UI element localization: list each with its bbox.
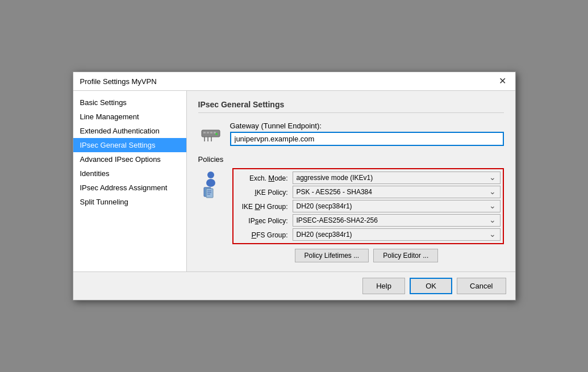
- policies-section: Policies: [198, 155, 504, 262]
- dialog-footer: Help OK Cancel: [73, 271, 515, 300]
- policy-editor-button[interactable]: Policy Editor ...: [373, 249, 438, 262]
- sidebar-item-ipsec-general[interactable]: IPsec General Settings: [73, 138, 186, 152]
- ike-policy-label: IKE Policy:: [236, 188, 293, 197]
- section-title: IPsec General Settings: [198, 100, 504, 113]
- ok-button[interactable]: OK: [410, 278, 452, 294]
- cancel-button[interactable]: Cancel: [457, 278, 506, 294]
- policy-lifetimes-button[interactable]: Policy Lifetimes ...: [295, 249, 369, 262]
- sidebar-item-basic-settings[interactable]: Basic Settings: [73, 95, 186, 110]
- help-button[interactable]: Help: [362, 278, 405, 294]
- pfs-group-select[interactable]: DH20 (secp384r1) DH14 (modp2048) none: [293, 228, 501, 241]
- pfs-group-row: PFS Group: DH20 (secp384r1) DH14 (modp20…: [236, 228, 501, 241]
- gateway-input[interactable]: [230, 132, 504, 146]
- ipsec-policy-label: IPsec Policy:: [236, 216, 293, 225]
- person-document-icon: [199, 170, 222, 199]
- ipsec-policy-select[interactable]: IPSEC-AES256-SHA2-256 IPSEC-AES128-SHA2-…: [293, 214, 501, 227]
- svg-rect-2: [207, 132, 209, 133]
- dialog-body: Basic Settings Line Management Extended …: [73, 91, 515, 271]
- ike-policy-select[interactable]: PSK - AES256 - SHA384 PSK - AES128 - SHA…: [293, 186, 501, 198]
- policy-buttons-row: Policy Lifetimes ... Policy Editor ...: [232, 249, 504, 262]
- svg-rect-3: [210, 132, 212, 133]
- exch-mode-dropdown-wrapper: aggressive mode (IKEv1) main mode (IKEv1…: [293, 172, 501, 184]
- svg-point-8: [215, 133, 218, 135]
- policies-label: Policies: [198, 155, 504, 164]
- dialog-title: Profile Settings MyVPN: [80, 77, 157, 86]
- sidebar-item-line-management[interactable]: Line Management: [73, 110, 186, 124]
- ipsec-policy-row: IPsec Policy: IPSEC-AES256-SHA2-256 IPSE…: [236, 214, 501, 227]
- ike-policy-dropdown-wrapper: PSK - AES256 - SHA384 PSK - AES128 - SHA…: [293, 186, 501, 198]
- sidebar-item-split-tunneling[interactable]: Split Tunneling: [73, 195, 186, 209]
- exch-mode-row: Exch. Mode: aggressive mode (IKEv1) main…: [236, 172, 501, 184]
- sidebar-item-advanced-ipsec[interactable]: Advanced IPsec Options: [73, 152, 186, 166]
- gateway-field-group: Gateway (Tunnel Endpoint):: [230, 122, 504, 146]
- policies-fields-area: Exch. Mode: aggressive mode (IKEv1) main…: [232, 168, 504, 262]
- exch-mode-select[interactable]: aggressive mode (IKEv1) main mode (IKEv1…: [293, 172, 501, 184]
- ike-dh-group-row: IKE DH Group: DH20 (secp384r1) DH14 (mod…: [236, 200, 501, 212]
- title-bar: Profile Settings MyVPN ✕: [73, 72, 515, 91]
- svg-rect-12: [206, 189, 213, 198]
- policies-dropdowns-group: Exch. Mode: aggressive mode (IKEv1) main…: [232, 168, 504, 244]
- pfs-group-dropdown-wrapper: DH20 (secp384r1) DH14 (modp2048) none: [293, 228, 501, 241]
- network-device-icon-area: [198, 121, 223, 146]
- main-content: IPsec General Settings: [187, 91, 515, 271]
- svg-rect-4: [214, 132, 216, 133]
- policies-icon-area: [198, 168, 223, 199]
- dialog-window: Profile Settings MyVPN ✕ Basic Settings …: [73, 72, 516, 300]
- pfs-group-label: PFS Group:: [236, 231, 293, 239]
- ike-dh-group-label: IKE DH Group:: [236, 202, 293, 211]
- ike-policy-row: IKE Policy: PSK - AES256 - SHA384 PSK - …: [236, 186, 501, 198]
- svg-point-10: [206, 179, 215, 187]
- network-device-icon: [199, 122, 222, 145]
- sidebar: Basic Settings Line Management Extended …: [73, 91, 187, 271]
- sidebar-item-ipsec-address[interactable]: IPsec Address Assignment: [73, 181, 186, 195]
- sidebar-item-identities[interactable]: Identities: [73, 166, 186, 181]
- svg-rect-1: [203, 132, 206, 133]
- svg-point-9: [207, 172, 214, 178]
- sidebar-item-extended-auth[interactable]: Extended Authentication: [73, 124, 186, 138]
- gateway-label: Gateway (Tunnel Endpoint):: [230, 122, 504, 130]
- exch-mode-label: Exch. Mode:: [236, 174, 293, 182]
- gateway-row: Gateway (Tunnel Endpoint):: [198, 121, 504, 146]
- close-button[interactable]: ✕: [497, 77, 508, 86]
- policies-layout: Exch. Mode: aggressive mode (IKEv1) main…: [198, 168, 504, 262]
- gateway-label-text: Gateway (Tunnel Endpoint):: [230, 122, 322, 130]
- ipsec-policy-dropdown-wrapper: IPSEC-AES256-SHA2-256 IPSEC-AES128-SHA2-…: [293, 214, 501, 227]
- ike-dh-group-dropdown-wrapper: DH20 (secp384r1) DH14 (modp2048) DH2 (mo…: [293, 200, 501, 212]
- ike-dh-group-select[interactable]: DH20 (secp384r1) DH14 (modp2048) DH2 (mo…: [293, 200, 501, 212]
